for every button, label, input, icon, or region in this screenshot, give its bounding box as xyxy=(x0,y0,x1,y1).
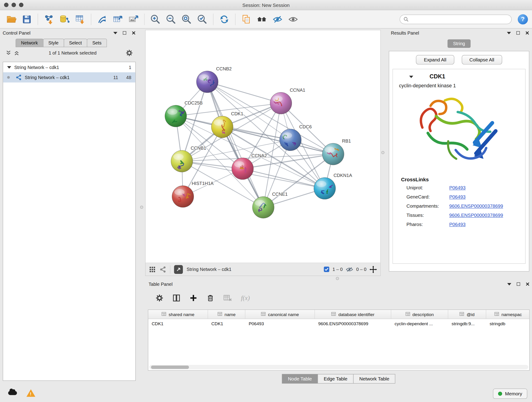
minimize-window-button[interactable] xyxy=(12,3,16,7)
network-node-ccna1[interactable]: CCNA1 xyxy=(270,88,305,114)
network-from-selection-button[interactable] xyxy=(95,12,109,26)
close-panel-icon[interactable] xyxy=(526,282,530,286)
collapse-triangle-icon[interactable] xyxy=(7,66,11,68)
tab-string[interactable]: String xyxy=(448,39,471,48)
collapse-all-button[interactable]: Collapse All xyxy=(462,55,502,64)
node-table[interactable]: shared namenamecanonical namedatabase id… xyxy=(148,310,530,371)
float-panel-icon[interactable] xyxy=(123,31,126,35)
delete-column-icon[interactable] xyxy=(206,294,215,302)
warnings-button[interactable]: ! xyxy=(24,388,38,398)
tab-node-table[interactable]: Node Table xyxy=(282,374,318,383)
network-view-icon[interactable] xyxy=(159,266,166,273)
options-gear-icon[interactable] xyxy=(126,49,133,57)
show-all-button[interactable] xyxy=(286,12,300,26)
show-columns-icon[interactable] xyxy=(172,294,181,302)
expand-all-icon[interactable] xyxy=(13,50,20,56)
selected-counts: 1 – 0 xyxy=(332,267,342,272)
network-row[interactable]: String Network – cdk1 11 48 xyxy=(3,72,135,82)
network-node-ccnb2[interactable]: CCNB2 xyxy=(196,66,232,93)
help-button[interactable]: ? xyxy=(518,14,528,24)
string-results-body: Expand All Collapse All CDK1 cyclin-depe… xyxy=(389,51,529,272)
search-input[interactable] xyxy=(411,17,508,22)
hide-selected-button[interactable] xyxy=(270,12,285,26)
splitter-handle-right[interactable] xyxy=(381,151,384,154)
tab-network-table[interactable]: Network Table xyxy=(353,374,395,383)
zoom-fit-button[interactable] xyxy=(179,12,194,26)
selected-checkbox-icon[interactable] xyxy=(324,266,329,272)
crosslink-value-link[interactable]: 9606.ENSP00000378699 xyxy=(449,203,503,209)
crosslink-value-link[interactable]: P06493 xyxy=(449,222,466,227)
network-edge[interactable] xyxy=(207,82,281,103)
column-header-database-identifier[interactable]: database identifier xyxy=(315,310,391,319)
tab-select[interactable]: Select xyxy=(64,39,87,47)
tab-network[interactable]: Network xyxy=(16,39,43,47)
crosslink-value-link[interactable]: P06493 xyxy=(449,185,466,191)
pan-crosshair-icon[interactable] xyxy=(370,266,377,273)
crosslink-value-link[interactable]: P06493 xyxy=(449,194,466,200)
panel-menu-icon[interactable] xyxy=(114,32,118,34)
network-edge[interactable] xyxy=(243,169,325,188)
column-header-namespac[interactable]: namespac xyxy=(486,310,530,319)
expand-all-button[interactable]: Expand All xyxy=(416,55,454,64)
open-session-button[interactable] xyxy=(4,12,18,26)
column-header-name[interactable]: name xyxy=(208,310,245,319)
column-header-shared-name[interactable]: shared name xyxy=(148,310,208,319)
import-network-file-button[interactable] xyxy=(42,12,56,26)
export-table-button[interactable] xyxy=(111,12,125,26)
float-panel-icon[interactable] xyxy=(517,282,520,286)
homes-button[interactable] xyxy=(255,12,269,26)
network-node-rb1[interactable]: RB1 xyxy=(322,138,351,165)
import-table-button[interactable] xyxy=(73,12,87,26)
memory-button[interactable]: Memory xyxy=(493,389,527,399)
column-header-description[interactable]: description xyxy=(391,310,448,319)
column-header-canonical-name[interactable]: canonical name xyxy=(245,310,315,319)
cloud-status-button[interactable] xyxy=(6,388,20,398)
network-node-hist1h1a[interactable]: HIST1H1A xyxy=(172,181,214,207)
panel-menu-icon[interactable] xyxy=(507,283,511,285)
tab-sets[interactable]: Sets xyxy=(87,39,107,47)
close-panel-icon[interactable] xyxy=(132,31,136,35)
network-node-cdk1[interactable]: CDK1 xyxy=(211,111,243,138)
table-row[interactable]: CDK1CDK1P064939606.ENSP00000378699cyclin… xyxy=(148,319,529,328)
collapse-all-icon[interactable] xyxy=(6,50,12,56)
horizontal-scrollbar[interactable] xyxy=(149,365,528,369)
splitter-handle-bottom[interactable] xyxy=(336,277,339,280)
network-edge[interactable] xyxy=(207,82,263,207)
splitter-handle-left[interactable] xyxy=(140,206,143,209)
network-canvas[interactable]: CCNB2CCNA1CDC25BCDK1CDC6RB1CCNB1CCNA2CDK… xyxy=(145,30,381,263)
window-controls xyxy=(4,3,23,7)
network-selection-summary: 1 of 1 Network selected xyxy=(20,51,126,56)
close-panel-icon[interactable] xyxy=(525,31,529,35)
duplicate-button[interactable] xyxy=(239,12,253,26)
export-image-button[interactable] xyxy=(126,12,140,26)
zoom-out-button[interactable] xyxy=(164,12,178,26)
zoom-window-button[interactable] xyxy=(19,3,23,7)
close-window-button[interactable] xyxy=(4,3,8,7)
table-settings-gear-icon[interactable] xyxy=(155,294,164,302)
save-session-button[interactable] xyxy=(20,12,34,26)
network-node-cdc6[interactable]: CDC6 xyxy=(279,124,312,151)
detach-view-button[interactable] xyxy=(174,265,183,274)
add-column-icon[interactable] xyxy=(189,294,197,302)
float-panel-icon[interactable] xyxy=(516,31,520,35)
panel-menu-icon[interactable] xyxy=(507,32,511,34)
network-list-toolbar: 1 of 1 Network selected xyxy=(3,47,136,59)
scrollbar-thumb[interactable] xyxy=(151,365,189,369)
tab-style[interactable]: Style xyxy=(43,39,64,47)
crosslink-value-link[interactable]: 9606.ENSP00000378699 xyxy=(449,212,503,218)
network-collection-row[interactable]: String Network – cdk1 1 xyxy=(3,62,135,72)
hidden-eye-icon[interactable] xyxy=(346,266,353,273)
zoom-in-button[interactable] xyxy=(148,12,162,26)
import-network-database-button[interactable] xyxy=(57,12,71,26)
refresh-layout-button[interactable] xyxy=(217,12,231,26)
tab-edge-table[interactable]: Edge Table xyxy=(317,374,354,383)
collapse-section-icon[interactable] xyxy=(409,75,413,78)
crosslink-row: GeneCard:P06493 xyxy=(406,194,522,200)
toolbar-separator xyxy=(213,13,213,25)
zoom-selected-button[interactable] xyxy=(195,12,209,26)
network-node-ccnb1[interactable]: CCNB1 xyxy=(171,146,206,172)
column-header--id[interactable]: @id xyxy=(448,310,486,319)
grid-view-icon[interactable] xyxy=(149,266,156,273)
network-node-cdkn1a[interactable]: CDKN1A xyxy=(314,173,352,199)
toolbar-separator xyxy=(144,13,144,25)
